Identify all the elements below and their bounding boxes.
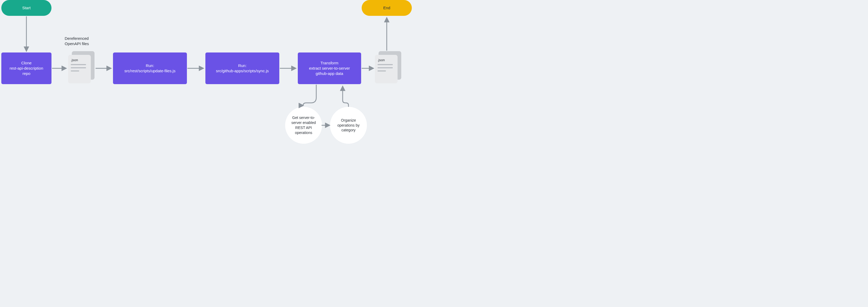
file-line-icon — [377, 70, 386, 71]
run1-l1: Run: — [146, 63, 154, 68]
c1-l2: server enabled — [291, 120, 316, 125]
file-stack-deref-json: .json — [68, 51, 94, 84]
run1-l2: src/rest/scripts/update-files.js — [124, 68, 175, 74]
file-line-icon — [71, 67, 86, 68]
file-line-icon — [71, 70, 79, 71]
arrow-circle2-transform — [343, 87, 348, 107]
deref-caption: Dereferenced OpenAPI files — [65, 36, 89, 46]
file-line-icon — [377, 64, 393, 65]
file-stack-output-json: .json — [375, 51, 401, 84]
arrow-transform-circle1 — [303, 85, 316, 105]
transform-l2: extract server-to-server — [309, 66, 350, 71]
deref-l2: OpenAPI files — [65, 41, 89, 46]
process-run-update-files: Run: src/rest/scripts/update-files.js — [113, 53, 187, 84]
process-run-sync: Run: src/github-apps/scripts/sync.js — [206, 53, 279, 84]
run2-l2: src/github-apps/scripts/sync.js — [216, 68, 269, 74]
transform-l1: Transform — [320, 60, 338, 66]
sub-organize-category: Organize operations by category — [330, 107, 367, 144]
clone-l1: Clone — [21, 60, 31, 66]
c2-l3: category — [341, 128, 355, 133]
file1-ext: .json — [71, 58, 88, 62]
c1-l4: operations — [295, 130, 312, 135]
sub-get-operations: Get server-to- server enabled REST API o… — [285, 107, 322, 144]
clone-l2: rest-api-description — [9, 66, 43, 71]
c2-l1: Organize — [341, 118, 356, 123]
c1-l1: Get server-to- — [292, 115, 315, 120]
run2-l1: Run: — [238, 63, 247, 68]
process-clone: Clone rest-api-description repo — [1, 53, 52, 84]
end-node: End — [362, 0, 412, 16]
file-line-icon — [71, 64, 86, 65]
process-transform: Transform extract server-to-server githu… — [298, 53, 361, 84]
end-label: End — [383, 5, 391, 10]
clone-l3: repo — [23, 71, 30, 76]
diagram-canvas: Start End Clone rest-api-description rep… — [0, 0, 412, 154]
start-node: Start — [1, 0, 52, 16]
file2-ext: .json — [377, 58, 395, 62]
c2-l2: operations by — [337, 123, 360, 128]
start-label: Start — [22, 5, 31, 10]
c1-l3: REST API — [296, 125, 312, 130]
transform-l3: github-app data — [316, 71, 343, 76]
file-front-sheet: .json — [375, 55, 398, 83]
file-line-icon — [377, 67, 393, 68]
deref-l1: Dereferenced — [65, 36, 89, 41]
file-front-sheet: .json — [68, 55, 91, 83]
